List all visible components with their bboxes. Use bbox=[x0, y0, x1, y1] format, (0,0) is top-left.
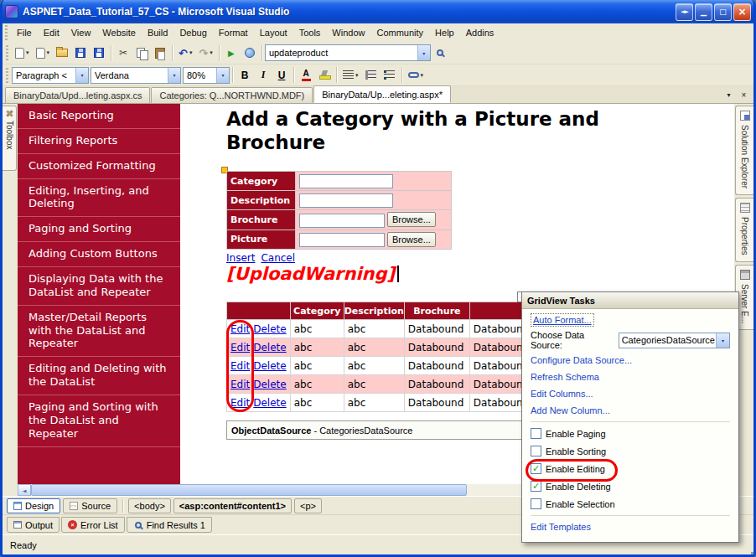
menu-website[interactable]: Website bbox=[96, 23, 142, 42]
objectdatasource-control[interactable]: ObjectDataSource - CategoriesDataSource bbox=[226, 420, 531, 440]
enable-sorting-checkbox[interactable]: Enable Sorting bbox=[531, 442, 730, 460]
brochure-input[interactable] bbox=[299, 214, 385, 228]
edit-link[interactable]: Edit bbox=[230, 379, 250, 390]
menu-tools[interactable]: Tools bbox=[293, 23, 327, 42]
output-tab[interactable]: Output bbox=[7, 517, 60, 533]
font-name-combo[interactable]: Verdana ▾ bbox=[91, 67, 181, 84]
checkbox-box[interactable] bbox=[531, 446, 541, 456]
edit-templates-link[interactable]: Edit Templates bbox=[531, 518, 730, 535]
font-size-combo[interactable]: 80% ▾ bbox=[183, 67, 230, 84]
nav-paging-sorting-datalist[interactable]: Paging and Sorting with the DataList and… bbox=[18, 395, 180, 447]
resize-grip[interactable] bbox=[748, 549, 750, 551]
toolbar-search-combo[interactable]: updateproduct ▾ bbox=[265, 44, 431, 61]
design-view-button[interactable]: Design bbox=[7, 498, 60, 513]
auto-format-link[interactable]: Auto Format... bbox=[531, 313, 594, 327]
breadcrumb-content-tag[interactable]: <asp:content#content1> bbox=[173, 498, 292, 513]
dropdown-arrow-icon[interactable]: ▾ bbox=[168, 68, 180, 83]
close-button[interactable]: × bbox=[733, 3, 751, 21]
menu-addins[interactable]: Addins bbox=[460, 23, 500, 42]
description-input[interactable] bbox=[299, 193, 393, 208]
delete-link[interactable]: Delete bbox=[253, 360, 286, 372]
nav-editing-inserting-deleting[interactable]: Editing, Inserting, and Deleting bbox=[18, 179, 180, 218]
scroll-left-button[interactable]: ◄ bbox=[18, 484, 31, 496]
new-website-button[interactable]: ▾ bbox=[12, 44, 33, 62]
refresh-schema-link[interactable]: Refresh Schema bbox=[531, 369, 730, 385]
browse-with-button[interactable] bbox=[241, 44, 259, 62]
italic-button[interactable]: I bbox=[254, 66, 272, 85]
hyperlink-button[interactable]: ▾ bbox=[405, 66, 427, 85]
menu-build[interactable]: Build bbox=[142, 23, 173, 42]
tab-binarydata-aspx-active[interactable]: BinaryData/Up...eleting.aspx* bbox=[313, 85, 451, 103]
open-file-button[interactable] bbox=[53, 44, 71, 62]
menu-edit[interactable]: Edit bbox=[38, 23, 65, 42]
numbered-list-button[interactable] bbox=[362, 66, 381, 85]
picture-input[interactable] bbox=[299, 233, 385, 247]
menu-view[interactable]: View bbox=[65, 23, 97, 42]
cancel-link[interactable]: Cancel bbox=[261, 252, 295, 264]
solution-explorer-tab[interactable]: Solution Explorer bbox=[735, 106, 753, 195]
dock-swap-button[interactable]: ◄► bbox=[676, 3, 693, 21]
paste-button[interactable] bbox=[151, 44, 169, 62]
redo-button[interactable]: ↷▾ bbox=[195, 44, 215, 62]
data-source-combo[interactable]: CategoriesDataSource ▾ bbox=[619, 333, 730, 348]
add-item-button[interactable]: ▾ bbox=[33, 44, 54, 62]
picture-browse-button[interactable]: Browse... bbox=[387, 232, 436, 247]
block-format-combo[interactable]: Paragraph < ▾ bbox=[12, 67, 89, 84]
save-button[interactable] bbox=[71, 44, 90, 62]
breadcrumb-p-tag[interactable]: <p> bbox=[294, 498, 322, 513]
start-debug-button[interactable]: ▶ bbox=[222, 44, 241, 62]
menu-debug[interactable]: Debug bbox=[173, 23, 212, 42]
find-in-files-button[interactable] bbox=[431, 44, 449, 62]
edit-link[interactable]: Edit bbox=[230, 342, 250, 353]
save-all-button[interactable] bbox=[90, 44, 108, 62]
nav-master-detail[interactable]: Master/Detail Reports with the DataList … bbox=[18, 306, 180, 358]
nav-datalist-repeater[interactable]: Displaying Data with the DataList and Re… bbox=[18, 267, 180, 306]
nav-filtering-reports[interactable]: Filtering Reports bbox=[18, 129, 180, 154]
scrollbar-thumb[interactable] bbox=[31, 484, 467, 496]
tab-categories-mdf[interactable]: Categories: Q...NORTHWND.MDF) bbox=[151, 87, 313, 103]
configure-data-source-link[interactable]: Configure Data Source... bbox=[531, 352, 730, 369]
menu-community[interactable]: Community bbox=[370, 23, 429, 42]
nav-editing-deleting-datalist[interactable]: Editing and Deleting with the DataList bbox=[18, 357, 180, 395]
nav-paging-sorting[interactable]: Paging and Sorting bbox=[18, 217, 180, 242]
breadcrumb-body-tag[interactable]: <body> bbox=[128, 498, 171, 513]
delete-link[interactable]: Delete bbox=[253, 379, 286, 390]
highlight-button[interactable] bbox=[315, 66, 334, 85]
delete-link[interactable]: Delete bbox=[253, 342, 286, 353]
delete-link[interactable]: Delete bbox=[253, 397, 286, 409]
insert-link[interactable]: Insert bbox=[226, 252, 255, 264]
menu-file[interactable]: File bbox=[11, 23, 38, 42]
find-results-tab[interactable]: Find Results 1 bbox=[127, 517, 212, 533]
minimize-button[interactable]: ▁ bbox=[695, 3, 712, 21]
enable-selection-checkbox[interactable]: Enable Selection bbox=[531, 495, 730, 513]
error-list-tab[interactable]: × Error List bbox=[61, 517, 125, 533]
dropdown-arrow-icon[interactable]: ▾ bbox=[75, 68, 88, 83]
checkbox-box[interactable]: ✓ bbox=[531, 463, 541, 474]
maximize-button[interactable]: □ bbox=[714, 3, 732, 21]
undo-button[interactable]: ↶▾ bbox=[175, 44, 195, 62]
nav-customized-formatting[interactable]: Customized Formatting bbox=[18, 154, 180, 179]
underline-button[interactable]: U bbox=[272, 66, 291, 85]
enable-deleting-checkbox[interactable]: ✓ Enable Deleting bbox=[531, 477, 730, 495]
enable-editing-checkbox[interactable]: ✓ Enable Editing bbox=[531, 460, 730, 477]
source-view-button[interactable]: Source bbox=[63, 498, 117, 513]
menu-format[interactable]: Format bbox=[213, 23, 254, 42]
menu-help[interactable]: Help bbox=[429, 23, 460, 42]
dropdown-arrow-icon[interactable]: ▾ bbox=[417, 45, 430, 60]
menu-layout[interactable]: Layout bbox=[254, 23, 293, 42]
enable-paging-checkbox[interactable]: Enable Paging bbox=[531, 425, 730, 442]
menu-window[interactable]: Window bbox=[326, 23, 370, 42]
tab-binarydata-aspx-cs[interactable]: BinaryData/Upd...leting.aspx.cs bbox=[5, 87, 150, 103]
bold-button[interactable]: B bbox=[236, 66, 254, 85]
bullet-list-button[interactable] bbox=[381, 66, 399, 85]
edit-columns-link[interactable]: Edit Columns... bbox=[531, 385, 730, 402]
edit-link[interactable]: Edit bbox=[230, 323, 250, 335]
delete-link[interactable]: Delete bbox=[253, 323, 286, 335]
checkbox-box[interactable] bbox=[531, 498, 541, 509]
properties-tab[interactable]: Properties bbox=[735, 198, 753, 262]
category-input[interactable] bbox=[299, 174, 393, 188]
close-document-button[interactable]: × bbox=[738, 89, 750, 101]
nav-custom-buttons[interactable]: Adding Custom Buttons bbox=[18, 242, 180, 267]
add-new-column-link[interactable]: Add New Column... bbox=[531, 402, 730, 419]
alignment-button[interactable]: ▾ bbox=[339, 66, 362, 85]
